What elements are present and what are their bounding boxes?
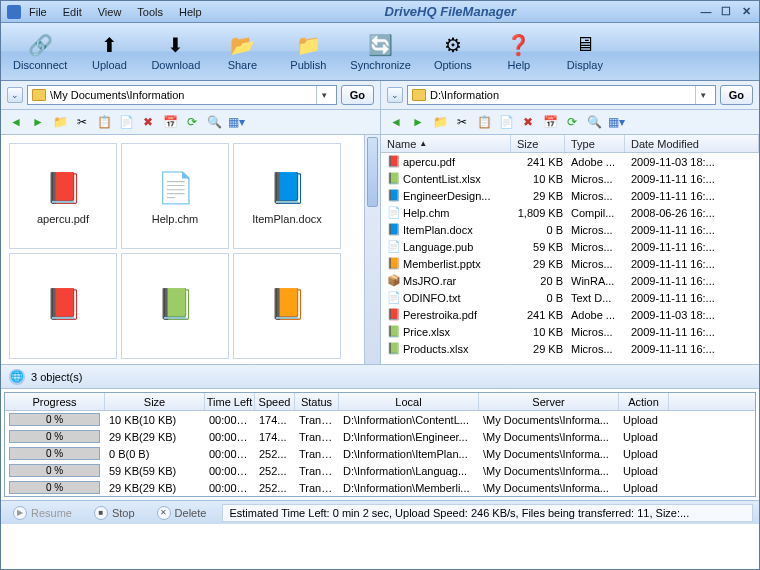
disconnect-button[interactable]: 🔗Disconnect <box>9 31 71 73</box>
file-row[interactable]: 📗ContentList.xlsx10 KBMicros...2009-11-1… <box>381 170 759 187</box>
publish-button[interactable]: 📁Publish <box>280 31 336 73</box>
file-size: 29 KB <box>513 190 567 202</box>
help-icon: ❓ <box>505 33 533 57</box>
forward-icon[interactable]: ► <box>409 113 427 131</box>
file-row[interactable]: 📦MsJRO.rar20 BWinRA...2009-11-11 16:... <box>381 272 759 289</box>
file-name: ODINFO.txt <box>403 291 460 303</box>
file-tile[interactable]: 📘ItemPlan.docx <box>233 143 341 249</box>
col-speed[interactable]: Speed <box>255 393 295 410</box>
back-icon[interactable]: ◄ <box>387 113 405 131</box>
file-row[interactable]: 📗Price.xlsx10 KBMicros...2009-11-11 16:.… <box>381 323 759 340</box>
transfer-size: 10 KB(10 KB) <box>105 414 205 426</box>
delete-icon[interactable]: ✖ <box>519 113 537 131</box>
menu-view[interactable]: View <box>98 6 122 18</box>
col-name[interactable]: Name ▲ <box>381 135 511 152</box>
menu-tools[interactable]: Tools <box>137 6 163 18</box>
dropdown-icon[interactable]: ▼ <box>695 86 711 104</box>
file-tile[interactable]: 📄Help.chm <box>121 143 229 249</box>
scrollbar[interactable] <box>364 135 380 364</box>
file-tile[interactable]: 📕apercu.pdf <box>9 143 117 249</box>
left-collapse-icon[interactable]: ⌄ <box>7 87 23 103</box>
file-row[interactable]: 📄Language.pub59 KBMicros...2009-11-11 16… <box>381 238 759 255</box>
file-date: 2009-11-11 16:... <box>627 224 757 236</box>
refresh-icon[interactable]: ⟳ <box>563 113 581 131</box>
file-row[interactable]: 📘ItemPlan.docx0 BMicros...2009-11-11 16:… <box>381 221 759 238</box>
col-local[interactable]: Local <box>339 393 479 410</box>
col-size[interactable]: Size <box>105 393 205 410</box>
transfer-size: 59 KB(59 KB) <box>105 465 205 477</box>
cut-icon[interactable]: ✂ <box>73 113 91 131</box>
transfer-action: Upload <box>619 465 669 477</box>
right-collapse-icon[interactable]: ⌄ <box>387 87 403 103</box>
transfer-row[interactable]: 0 %29 KB(29 KB)00:00:01252...Transfe...D… <box>5 479 755 496</box>
file-tile[interactable]: 📙 <box>233 253 341 359</box>
transfer-row[interactable]: 0 %0 B(0 B)00:00:00252...Transfe...D:\In… <box>5 445 755 462</box>
synchronize-button[interactable]: 🔄Synchronize <box>346 31 415 73</box>
copy-icon[interactable]: 📋 <box>95 113 113 131</box>
close-button[interactable]: ✕ <box>739 5 753 19</box>
file-row[interactable]: 📄Help.chm1,809 KBCompil...2008-06-26 16:… <box>381 204 759 221</box>
search-icon[interactable]: 🔍 <box>585 113 603 131</box>
cut-icon[interactable]: ✂ <box>453 113 471 131</box>
up-icon[interactable]: 📁 <box>51 113 69 131</box>
search-icon[interactable]: 🔍 <box>205 113 223 131</box>
col-server[interactable]: Server <box>479 393 619 410</box>
col-status[interactable]: Status <box>295 393 339 410</box>
upload-button[interactable]: ⬆Upload <box>81 31 137 73</box>
col-progress[interactable]: Progress <box>5 393 105 410</box>
display-button[interactable]: 🖥Display <box>557 31 613 73</box>
transfer-row[interactable]: 0 %59 KB(59 KB)00:00:01252...Transfe...D… <box>5 462 755 479</box>
transfer-row[interactable]: 0 %10 KB(10 KB)00:00:01174...Transfe...D… <box>5 411 755 428</box>
file-row[interactable]: 📙Memberlist.pptx29 KBMicros...2009-11-11… <box>381 255 759 272</box>
file-row[interactable]: 📄ODINFO.txt0 BText D...2009-11-11 16:... <box>381 289 759 306</box>
col-action[interactable]: Action <box>619 393 669 410</box>
minimize-button[interactable]: — <box>699 5 713 19</box>
transfer-row[interactable]: 0 %29 KB(29 KB)00:00:01174...Transfe...D… <box>5 428 755 445</box>
file-type: Micros... <box>567 224 627 236</box>
col-timeleft[interactable]: Time Left <box>205 393 255 410</box>
file-date: 2009-11-11 16:... <box>627 292 757 304</box>
maximize-button[interactable]: ☐ <box>719 5 733 19</box>
transfer-local: D:\Information\Memberli... <box>339 482 479 494</box>
menu-edit[interactable]: Edit <box>63 6 82 18</box>
options-button[interactable]: ⚙Options <box>425 31 481 73</box>
file-icon: 📕 <box>387 155 401 169</box>
file-row[interactable]: 📘EngineerDesign...29 KBMicros...2009-11-… <box>381 187 759 204</box>
left-path-box[interactable]: \My Documents\Information ▼ <box>27 85 337 105</box>
back-icon[interactable]: ◄ <box>7 113 25 131</box>
file-tile[interactable]: 📕 <box>9 253 117 359</box>
menu-file[interactable]: File <box>29 6 47 18</box>
views-icon[interactable]: ▦▾ <box>227 113 245 131</box>
file-row[interactable]: 📗Products.xlsx29 KBMicros...2009-11-11 1… <box>381 340 759 357</box>
up-icon[interactable]: 📁 <box>431 113 449 131</box>
stop-button[interactable]: ■Stop <box>88 504 141 522</box>
copy-icon[interactable]: 📋 <box>475 113 493 131</box>
views-icon[interactable]: ▦▾ <box>607 113 625 131</box>
file-row[interactable]: 📕Perestroika.pdf241 KBAdobe ...2009-11-0… <box>381 306 759 323</box>
left-go-button[interactable]: Go <box>341 85 374 105</box>
right-path-box[interactable]: D:\Information ▼ <box>407 85 716 105</box>
delete-icon[interactable]: ✖ <box>139 113 157 131</box>
file-row[interactable]: 📕apercu.pdf241 KBAdobe ...2009-11-03 18:… <box>381 153 759 170</box>
paste-icon[interactable]: 📄 <box>497 113 515 131</box>
file-name: EngineerDesign... <box>403 189 490 201</box>
delete-button[interactable]: ✕Delete <box>151 504 213 522</box>
share-button[interactable]: 📂Share <box>214 31 270 73</box>
menu-help[interactable]: Help <box>179 6 202 18</box>
refresh-icon[interactable]: ⟳ <box>183 113 201 131</box>
forward-icon[interactable]: ► <box>29 113 47 131</box>
file-date: 2009-11-11 16:... <box>627 275 757 287</box>
properties-icon[interactable]: 📅 <box>541 113 559 131</box>
download-button[interactable]: ⬇Download <box>147 31 204 73</box>
file-tile[interactable]: 📗 <box>121 253 229 359</box>
col-size[interactable]: Size <box>511 135 565 152</box>
col-date[interactable]: Date Modified <box>625 135 759 152</box>
help-button[interactable]: ❓Help <box>491 31 547 73</box>
resume-button[interactable]: ▶Resume <box>7 504 78 522</box>
paste-icon[interactable]: 📄 <box>117 113 135 131</box>
right-go-button[interactable]: Go <box>720 85 753 105</box>
properties-icon[interactable]: 📅 <box>161 113 179 131</box>
col-type[interactable]: Type <box>565 135 625 152</box>
dropdown-icon[interactable]: ▼ <box>316 86 332 104</box>
file-icon: 📘 <box>267 167 307 207</box>
